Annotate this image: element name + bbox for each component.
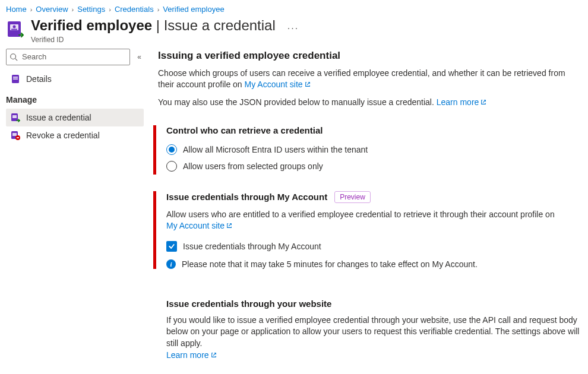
website-paragraph: If you would like to issue a verified em… <box>166 315 580 361</box>
section-heading: Issue credentials through your website <box>166 299 580 309</box>
svg-point-2 <box>13 26 16 28</box>
page-header: Verified employee | Issue a credential V… <box>0 16 588 49</box>
radio-icon <box>166 144 177 155</box>
svg-rect-7 <box>13 77 18 78</box>
learn-more-link[interactable]: Learn more <box>166 350 217 360</box>
radio-allow-all[interactable]: Allow all Microsoft Entra ID users withi… <box>166 141 580 158</box>
sidebar-section-header: Manage <box>6 88 144 109</box>
breadcrumb-item[interactable]: Credentials <box>115 5 154 14</box>
my-account-paragraph: Allow users who are entitled to a verifi… <box>166 209 580 232</box>
chevron-right-icon: › <box>30 6 33 13</box>
external-link-icon <box>305 81 311 87</box>
chevron-right-icon: › <box>109 6 111 13</box>
info-text: Please note that it may take 5 minutes f… <box>182 259 478 269</box>
page-title: Verified employee | Issue a credential <box>31 17 276 34</box>
external-link-icon <box>211 352 217 358</box>
search-input[interactable] <box>6 49 130 65</box>
search-icon <box>10 53 18 61</box>
sidebar-item-issue-credential[interactable]: Issue a credential <box>6 109 144 126</box>
svg-rect-12 <box>12 133 17 136</box>
sidebar-item-revoke-credential[interactable]: Revoke a credential <box>6 126 144 144</box>
breadcrumb-item[interactable]: Verified employee <box>163 5 224 14</box>
main-content: Issuing a verified employee credential C… <box>158 49 582 367</box>
learn-more-link[interactable]: Learn more <box>437 97 487 107</box>
issue-credential-icon <box>11 113 20 122</box>
chevron-right-icon: › <box>72 6 74 13</box>
sidebar-item-label: Details <box>26 74 52 84</box>
issue-my-account-checkbox[interactable]: Issue credentials through My Account <box>166 238 580 255</box>
breadcrumb-item[interactable]: Overview <box>36 5 68 14</box>
website-section: Issue credentials through your website I… <box>158 299 580 361</box>
checkbox-label: Issue credentials through My Account <box>183 242 321 251</box>
sidebar-item-details[interactable]: Details <box>6 70 144 88</box>
sidebar-item-label: Issue a credential <box>26 113 91 122</box>
checkbox-icon <box>166 241 177 252</box>
sidebar-item-label: Revoke a credential <box>26 131 100 140</box>
collapse-sidebar-button[interactable]: « <box>135 52 144 62</box>
section-heading: Issue credentials through My Account Pre… <box>166 191 580 203</box>
radio-allow-groups[interactable]: Allow users from selected groups only <box>166 158 580 175</box>
radio-label: Allow users from selected groups only <box>183 161 323 171</box>
intro-paragraph: Choose which groups of users can receive… <box>158 68 580 91</box>
my-account-site-link[interactable]: My Account site <box>245 80 311 89</box>
radio-icon <box>166 161 177 172</box>
revoke-credential-icon <box>11 131 20 140</box>
chevron-right-icon: › <box>157 6 160 13</box>
section-heading: Control who can retrieve a credential <box>166 125 580 135</box>
external-link-icon <box>226 223 232 229</box>
credential-badge-icon <box>6 20 25 39</box>
info-message: i Please note that it may take 5 minutes… <box>166 255 580 269</box>
svg-rect-3 <box>11 29 17 30</box>
more-button[interactable]: ··· <box>287 23 299 34</box>
breadcrumb: Home › Overview › Settings › Credentials… <box>0 0 588 16</box>
my-account-site-link[interactable]: My Account site <box>166 221 232 230</box>
sidebar: « Details Manage Issue a credential <box>6 49 144 367</box>
my-account-section: Issue credentials through My Account Pre… <box>158 191 580 269</box>
external-link-icon <box>480 99 486 105</box>
breadcrumb-item[interactable]: Home <box>6 5 27 14</box>
details-icon <box>11 74 20 84</box>
section-heading: Issuing a verified employee credential <box>158 50 580 62</box>
preview-badge: Preview <box>334 191 371 203</box>
control-who-section: Control who can retrieve a credential Al… <box>158 125 580 175</box>
info-icon: i <box>166 259 176 269</box>
breadcrumb-item[interactable]: Settings <box>77 5 105 14</box>
radio-label: Allow all Microsoft Entra ID users withi… <box>183 145 368 154</box>
page-subtitle: Verified ID <box>31 36 276 44</box>
intro-paragraph-2: You may also use the JSON provided below… <box>158 97 580 109</box>
svg-line-5 <box>15 58 18 61</box>
svg-rect-10 <box>12 115 17 118</box>
svg-rect-8 <box>13 78 18 80</box>
svg-point-4 <box>11 54 16 59</box>
